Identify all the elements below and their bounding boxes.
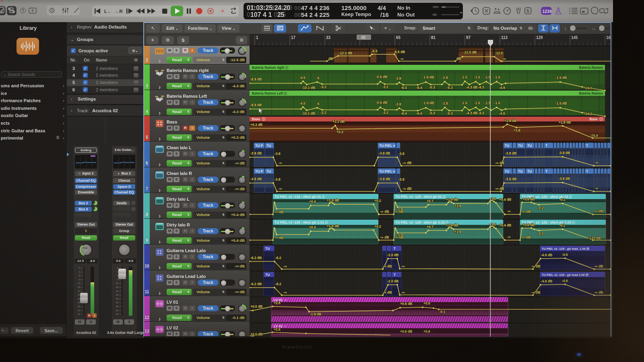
svg-text:TU: TU [505, 144, 509, 148]
svg-text:-4.6: -4.6 [562, 279, 568, 283]
svg-text:T: T [394, 273, 396, 277]
svg-text:-4.5: -4.5 [299, 76, 305, 80]
svg-text:TU: TU [527, 144, 532, 148]
svg-text:33: 33 [326, 35, 331, 40]
svg-text:⌄: ⌄ [373, 27, 376, 31]
svg-text:-∞: -∞ [595, 160, 599, 165]
svg-text:-3.8 dB: -3.8 dB [379, 151, 390, 155]
svg-text:TU PIEL v: TU PIEL v [379, 144, 395, 148]
svg-text:-3.2: -3.2 [382, 85, 388, 89]
svg-text:+0.2: +0.2 [374, 199, 381, 203]
svg-text:-8.8 dB: -8.8 dB [250, 77, 262, 81]
svg-text:-∞: -∞ [283, 290, 287, 294]
svg-text:-∞ dB: -∞ dB [275, 210, 284, 214]
svg-text:-3.8 dB: -3.8 dB [250, 177, 262, 181]
svg-text:+1.9 dB: +1.9 dB [327, 224, 339, 228]
svg-text:-8.8 dB: -8.8 dB [250, 103, 262, 107]
svg-text:→R: →R [115, 9, 123, 14]
svg-text:-∞: -∞ [283, 264, 287, 268]
svg-text:T: T [545, 169, 548, 173]
svg-text:-∞ dB: -∞ dB [594, 290, 603, 294]
svg-text:-1.5 dB: -1.5 dB [555, 101, 567, 105]
svg-text:+0.6 dB: +0.6 dB [400, 329, 412, 333]
svg-text:+0.9 dB: +0.9 dB [522, 223, 535, 227]
svg-text:-∞: -∞ [401, 290, 405, 294]
svg-text:+0.3: +0.3 [336, 130, 343, 134]
svg-text:16: 16 [606, 35, 611, 40]
svg-text:+2.8 dB: +2.8 dB [504, 119, 516, 123]
svg-text:-∞ dB: -∞ dB [495, 187, 504, 191]
svg-text:-1.9 dB: -1.9 dB [423, 101, 434, 105]
svg-text:-3.8: -3.8 [395, 102, 401, 106]
svg-text:49: 49 [361, 35, 366, 40]
svg-text:TU P: TU P [255, 144, 263, 148]
svg-text:+0.6: +0.6 [423, 301, 430, 305]
svg-text:+1.9 dB: +1.9 dB [327, 198, 339, 202]
svg-text:+1.9: +1.9 [454, 204, 461, 208]
svg-text:-∞ dB: -∞ dB [380, 210, 389, 214]
svg-text:65: 65 [396, 35, 401, 40]
svg-text:-6.4: -6.4 [401, 111, 407, 115]
svg-text:-∞: -∞ [507, 209, 511, 213]
svg-text:-3.8 dB: -3.8 dB [505, 151, 516, 155]
svg-text:-0.6 dB: -0.6 dB [376, 75, 387, 79]
svg-text:-6.4: -6.4 [401, 86, 407, 90]
svg-text:-2.0 dB: -2.0 dB [387, 279, 398, 283]
svg-text:+0.0 dB: +0.0 dB [250, 332, 262, 336]
svg-text:-∞ dB: -∞ dB [594, 264, 603, 268]
svg-text:-0.2: -0.2 [538, 206, 544, 210]
svg-text:-5: -5 [316, 76, 320, 80]
svg-text:-1.5: -1.5 [474, 101, 480, 105]
svg-text:1: 1 [256, 35, 258, 40]
svg-text:-1.5 dB: -1.5 dB [555, 76, 567, 80]
svg-text:-12.5 dB: -12.5 dB [463, 50, 477, 54]
svg-text:-4.9: -4.9 [499, 86, 505, 90]
svg-text:+0.4 dB: +0.4 dB [499, 223, 511, 227]
svg-text:+0.4: +0.4 [309, 225, 316, 229]
svg-text:TU: TU [527, 169, 532, 173]
svg-text:+1.8: +1.8 [514, 128, 520, 132]
svg-text:+0.7: +0.7 [427, 225, 433, 229]
svg-text:Bateria Ramos: Bateria Ramos [579, 66, 603, 70]
svg-text:TU: TU [505, 169, 509, 173]
svg-text:-5.3: -5.3 [447, 86, 453, 90]
svg-text:-∞ dB: -∞ dB [522, 235, 531, 239]
svg-text:-10.1 dB: -10.1 dB [302, 111, 315, 115]
svg-text:-4.6 dB: -4.6 dB [541, 253, 552, 257]
svg-text:-∞ dB: -∞ dB [383, 290, 392, 294]
svg-text:-4.3 dB: -4.3 dB [466, 111, 477, 115]
svg-text:-4.6: -4.6 [562, 253, 568, 257]
svg-text:-3.8: -3.8 [275, 177, 281, 181]
svg-text:-0.6 dB: -0.6 dB [376, 101, 387, 105]
svg-text:-∞: -∞ [279, 161, 282, 165]
svg-text:Bass ⓘ: Bass ⓘ [589, 117, 603, 121]
svg-text:TU PIEL v2 -125 - gtr lead 2.0: TU PIEL v2 -125 - gtr lead 2.06 ⓜ [542, 273, 588, 277]
svg-text:-2.8: -2.8 [442, 101, 448, 105]
svg-text:-3.8 dB: -3.8 dB [505, 177, 516, 181]
svg-text:-6.4: -6.4 [416, 86, 422, 90]
svg-text:+0.9 dB: +0.9 dB [522, 197, 535, 201]
svg-text:TU: TU [266, 169, 271, 173]
svg-text:-1.5: -1.5 [485, 101, 491, 105]
svg-text:-0.1: -0.1 [440, 310, 446, 314]
svg-text:dB: dB [328, 57, 333, 61]
svg-text:-1.9: -1.9 [397, 233, 403, 237]
svg-text:113: 113 [501, 35, 508, 40]
svg-text:-1.9: -1.9 [397, 207, 403, 211]
svg-text:Bateria Ramos Left ⓘ: Bateria Ramos Left ⓘ [252, 91, 287, 95]
svg-text:+2.6: +2.6 [274, 301, 281, 305]
svg-text:TU PIEL v2 -125 - gtr lead_1.0: TU PIEL v2 -125 - gtr lead_1.06 ⓜ [542, 247, 589, 251]
svg-text:TU: TU [266, 144, 271, 148]
svg-text:-0.2: -0.2 [538, 232, 544, 236]
svg-text:-1.5: -1.5 [461, 75, 467, 79]
svg-text:TU: TU [518, 144, 522, 148]
svg-text:-4.9: -4.9 [499, 111, 505, 115]
svg-text:-12.5: -12.5 [495, 51, 503, 55]
svg-text:-∞: -∞ [507, 235, 511, 239]
svg-text:T: T [545, 144, 548, 148]
svg-text:+0.0 dB: +0.0 dB [250, 304, 262, 309]
svg-text:TU: TU [265, 273, 270, 277]
svg-text:TU PIEL v2 -125 - elect gtr 2.: TU PIEL v2 -125 - elect gtr 2.02 ⓘ [395, 220, 449, 224]
svg-text:-1.5: -1.5 [494, 75, 500, 79]
svg-text:-3.2: -3.2 [382, 111, 388, 115]
